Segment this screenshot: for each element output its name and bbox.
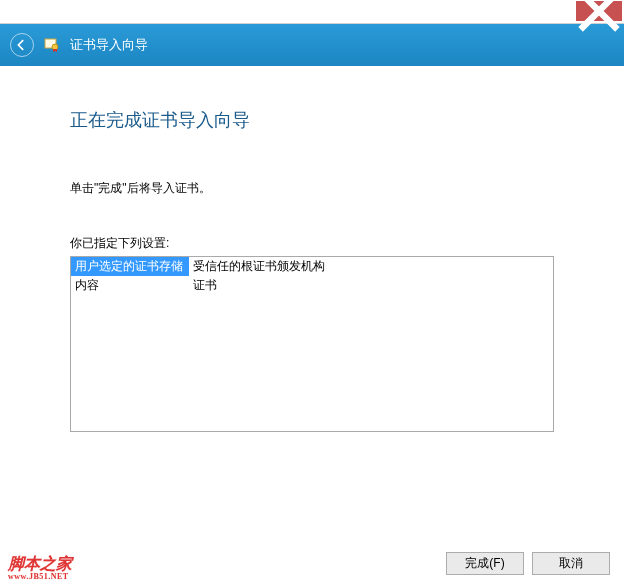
setting-key: 内容	[71, 276, 189, 295]
window-titlebar	[0, 0, 624, 24]
wizard-content: 正在完成证书导入向导 单击"完成"后将导入证书。 你已指定下列设置: 用户选定的…	[0, 66, 624, 587]
wizard-footer: 脚本之家 www.JB51.NET 完成(F) 取消	[0, 539, 624, 587]
close-button[interactable]	[576, 1, 622, 21]
certificate-icon	[44, 37, 60, 53]
settings-listbox[interactable]: 用户选定的证书存储受信任的根证书颁发机构内容证书	[70, 256, 554, 432]
finish-button[interactable]: 完成(F)	[446, 552, 524, 575]
watermark-text: 脚本之家	[8, 555, 72, 572]
setting-value: 证书	[189, 276, 553, 295]
close-icon	[576, 0, 622, 34]
back-arrow-icon	[16, 39, 28, 51]
page-heading: 正在完成证书导入向导	[70, 108, 554, 132]
table-row[interactable]: 用户选定的证书存储受信任的根证书颁发机构	[71, 257, 553, 276]
settings-label: 你已指定下列设置:	[70, 235, 554, 252]
back-button[interactable]	[10, 33, 34, 57]
wizard-header: 证书导入向导	[0, 24, 624, 66]
watermark: 脚本之家 www.JB51.NET	[8, 556, 72, 581]
instruction-text: 单击"完成"后将导入证书。	[70, 180, 554, 197]
cancel-button[interactable]: 取消	[532, 552, 610, 575]
setting-value: 受信任的根证书颁发机构	[189, 257, 553, 276]
setting-key: 用户选定的证书存储	[71, 257, 189, 276]
watermark-url: www.JB51.NET	[8, 573, 72, 581]
table-row[interactable]: 内容证书	[71, 276, 553, 295]
wizard-title: 证书导入向导	[70, 36, 148, 54]
